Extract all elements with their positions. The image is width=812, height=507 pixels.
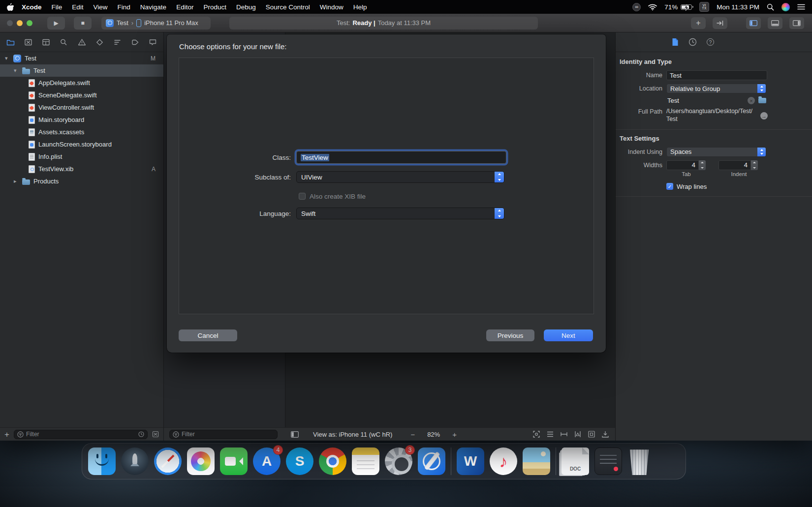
dock-skype-icon[interactable]: S: [286, 447, 313, 475]
file-row[interactable]: TestView.xib A: [0, 163, 163, 175]
dock-notes-icon[interactable]: [352, 447, 379, 475]
menu-item-debug[interactable]: Debug: [231, 3, 261, 11]
spotlight-search-icon[interactable]: [767, 3, 774, 11]
file-row[interactable]: ViewController.swift: [0, 101, 163, 114]
add-file-button[interactable]: +: [4, 430, 9, 439]
indent-width-value[interactable]: 4: [718, 160, 751, 170]
tab-source-control[interactable]: [24, 38, 33, 47]
zoom-window-button[interactable]: [27, 20, 32, 26]
wifi-icon[interactable]: [648, 4, 657, 10]
indent-width-stepper[interactable]: 4: [718, 160, 758, 170]
tab-project-navigator[interactable]: [6, 38, 15, 47]
filter-input[interactable]: [182, 431, 274, 438]
tab-width-stepper[interactable]: 4: [666, 160, 706, 170]
library-add-button[interactable]: +: [691, 17, 706, 29]
indent-using-popup[interactable]: Spaces: [666, 147, 766, 157]
file-row[interactable]: Main.storyboard: [0, 114, 163, 126]
tab-test-navigator[interactable]: [95, 38, 104, 47]
menu-app-name[interactable]: Xcode: [17, 3, 47, 11]
editor-options-button[interactable]: [713, 17, 727, 29]
clear-location-icon[interactable]: ×: [748, 97, 755, 104]
file-row[interactable]: AppDelegate.swift: [0, 77, 163, 89]
align-icon[interactable]: [560, 430, 568, 439]
menu-bar-clock[interactable]: Mon 11:33 PM: [717, 3, 759, 11]
disclosure-open-icon[interactable]: ▾: [14, 67, 19, 74]
toggle-navigator-button[interactable]: [746, 17, 761, 29]
dock-documents-icon[interactable]: DOC: [562, 447, 589, 475]
zoom-out-button[interactable]: −: [410, 430, 415, 439]
subclass-popup[interactable]: UIView: [296, 171, 504, 183]
previous-button[interactable]: Previous: [486, 329, 534, 341]
siri-icon[interactable]: [781, 3, 790, 11]
battery-status[interactable]: 71%: [664, 3, 692, 11]
tab-issue-navigator[interactable]: [77, 38, 87, 47]
group-row-selected[interactable]: ▾ Test: [0, 64, 163, 77]
dock-word-icon[interactable]: W: [457, 447, 484, 475]
menu-item-editor[interactable]: Editor: [171, 3, 198, 11]
products-group-row[interactable]: ▸ Products: [0, 175, 163, 187]
menu-item-find[interactable]: Find: [113, 3, 135, 11]
language-popup[interactable]: Swift: [296, 208, 504, 219]
notification-center-icon[interactable]: [797, 4, 805, 10]
next-button[interactable]: Next: [544, 329, 593, 341]
menu-item-file[interactable]: File: [47, 3, 67, 11]
file-row[interactable]: Info.plist: [0, 150, 163, 163]
dock-system-preferences-icon[interactable]: 3: [385, 447, 412, 475]
project-row[interactable]: ▾ Test M: [0, 52, 163, 64]
outline-toggle-icon[interactable]: [291, 431, 299, 438]
tab-breakpoint-navigator[interactable]: [130, 38, 140, 47]
dock-pictures-icon[interactable]: [523, 447, 550, 475]
stepper-icon[interactable]: [699, 160, 706, 170]
device-bezels-icon[interactable]: [532, 430, 541, 439]
menu-item-source-control[interactable]: Source Control: [261, 3, 315, 11]
dock-safari-icon[interactable]: [154, 447, 182, 475]
tab-quick-help-inspector[interactable]: ?: [707, 38, 714, 46]
embed-in-icon[interactable]: [587, 430, 596, 439]
minimize-window-button[interactable]: [17, 20, 23, 26]
outline-filter-field[interactable]: [169, 430, 278, 439]
apple-menu[interactable]: [7, 3, 14, 11]
location-popup[interactable]: Relative to Group: [666, 84, 766, 93]
update-frames-icon[interactable]: [546, 430, 555, 439]
recents-clock-icon[interactable]: [138, 431, 144, 437]
creative-cloud-icon[interactable]: ∞: [632, 3, 641, 11]
view-as-label[interactable]: View as: iPhone 11 (wC hR): [313, 431, 392, 438]
dock-finder-icon[interactable]: [88, 447, 116, 475]
tab-history-inspector[interactable]: [688, 38, 697, 46]
dock-app-store-icon[interactable]: A 4: [253, 447, 281, 475]
tab-debug-navigator[interactable]: [113, 38, 122, 47]
resolve-layout-icon[interactable]: [601, 430, 610, 439]
name-field[interactable]: Test: [666, 70, 767, 80]
tab-file-inspector[interactable]: [672, 38, 679, 46]
file-row[interactable]: LaunchScreen.storyboard: [0, 138, 163, 150]
stepper-icon[interactable]: [751, 160, 758, 170]
toggle-debug-area-button[interactable]: [768, 17, 782, 29]
menu-item-view[interactable]: View: [89, 3, 113, 11]
dock-music-icon[interactable]: ♪: [490, 447, 517, 475]
dock-facetime-icon[interactable]: [220, 447, 248, 475]
dock-xcode-icon[interactable]: [418, 447, 445, 475]
dock-trash-icon[interactable]: [627, 448, 651, 475]
scheme-selector[interactable]: Test › iPhone 11 Pro Max: [101, 17, 211, 30]
dock-photos-icon[interactable]: [187, 447, 215, 475]
also-create-xib-checkbox[interactable]: [299, 193, 306, 200]
flagged-filter-icon[interactable]: [152, 431, 159, 438]
class-field[interactable]: TestView: [296, 151, 506, 164]
file-row[interactable]: SceneDelegate.swift: [0, 89, 163, 101]
menu-item-navigate[interactable]: Navigate: [135, 3, 171, 11]
add-constraints-icon[interactable]: [573, 430, 582, 439]
run-button[interactable]: ▶: [47, 17, 65, 30]
menu-item-product[interactable]: Product: [198, 3, 231, 11]
tab-width-value[interactable]: 4: [666, 160, 699, 170]
menu-item-edit[interactable]: Edit: [67, 3, 88, 11]
dock-chrome-icon[interactable]: [319, 447, 346, 475]
choose-folder-icon[interactable]: [758, 98, 766, 103]
dock-archive-icon[interactable]: [594, 447, 622, 475]
filter-input[interactable]: [26, 431, 136, 438]
menu-item-window[interactable]: Window: [315, 3, 348, 11]
disclosure-closed-icon[interactable]: ▸: [14, 178, 19, 184]
zoom-level[interactable]: 82%: [427, 431, 440, 438]
disclosure-open-icon[interactable]: ▾: [5, 55, 10, 61]
stop-button[interactable]: ■: [74, 17, 92, 30]
tab-symbol-navigator[interactable]: [41, 38, 51, 47]
